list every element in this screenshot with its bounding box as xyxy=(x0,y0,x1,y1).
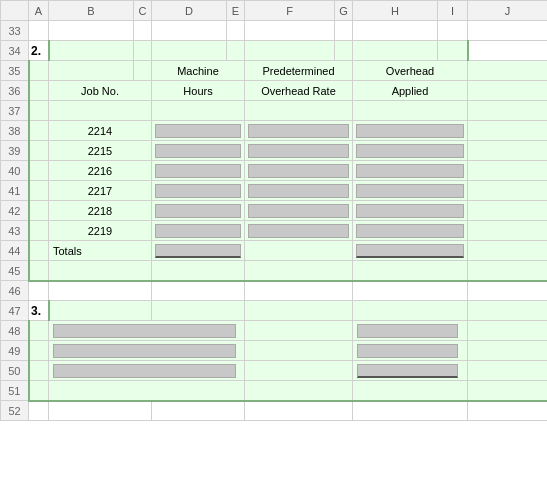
col-header-a: A xyxy=(29,1,49,21)
row-43: 43 xyxy=(1,221,29,241)
row-38: 38 xyxy=(1,121,29,141)
table-row: 41 2217 xyxy=(1,181,548,201)
table-row: 45 xyxy=(1,261,548,281)
input-2215-hours[interactable] xyxy=(155,144,241,158)
job-2216: 2216 xyxy=(49,161,152,181)
row-39: 39 xyxy=(1,141,29,161)
row-40: 40 xyxy=(1,161,29,181)
row-44: 44 xyxy=(1,241,29,261)
table-row: 50 xyxy=(1,361,548,381)
input-2219-hours[interactable] xyxy=(155,224,241,238)
input-2217-hours[interactable] xyxy=(155,184,241,198)
row-47: 47 xyxy=(1,301,29,321)
overhead-applied-header1: Overhead xyxy=(353,61,468,81)
row-33: 33 xyxy=(1,21,29,41)
row-35: 35 xyxy=(1,61,29,81)
table-row: 43 2219 xyxy=(1,221,548,241)
job-2214: 2214 xyxy=(49,121,152,141)
input-2216-applied[interactable] xyxy=(356,164,464,178)
machine-hours-header1: Machine xyxy=(152,61,245,81)
input-2215-rate[interactable] xyxy=(248,144,349,158)
col-header-c: C xyxy=(134,1,152,21)
input-2217-rate[interactable] xyxy=(248,184,349,198)
row-50: 50 xyxy=(1,361,29,381)
table-row: 36 Job No. Hours Overhead Rate Applied xyxy=(1,81,548,101)
row-42: 42 xyxy=(1,201,29,221)
input-2217-applied[interactable] xyxy=(356,184,464,198)
predetermined-header1: Predetermined xyxy=(245,61,353,81)
input-2218-applied[interactable] xyxy=(356,204,464,218)
row-46: 46 xyxy=(1,281,29,301)
col-header-j: J xyxy=(468,1,548,21)
table-row: 52 xyxy=(1,401,548,421)
input-2216-hours[interactable] xyxy=(155,164,241,178)
input-2215-applied[interactable] xyxy=(356,144,464,158)
table-row: 35 Machine Predetermined Overhead xyxy=(1,61,548,81)
table-row: 44 Totals xyxy=(1,241,548,261)
row-41: 41 xyxy=(1,181,29,201)
row-49: 49 xyxy=(1,341,29,361)
input-2214-hours[interactable] xyxy=(155,124,241,138)
applied-header: Applied xyxy=(353,81,468,101)
spreadsheet: A B C D E F G H I J 33 34 2. xyxy=(0,0,547,421)
section3-label: 3. xyxy=(29,301,49,321)
col-header-b: B xyxy=(49,1,134,21)
row-37: 37 xyxy=(1,101,29,121)
input-s3-row2-left[interactable] xyxy=(53,344,236,358)
section2-label: 2. xyxy=(29,41,49,61)
input-totals-hours[interactable] xyxy=(155,244,241,258)
input-s3-row1-left[interactable] xyxy=(53,324,236,338)
row-45: 45 xyxy=(1,261,29,281)
table-row: 37 xyxy=(1,101,548,121)
table-row: 47 3. xyxy=(1,301,548,321)
row-48: 48 xyxy=(1,321,29,341)
col-header-g: G xyxy=(335,1,353,21)
overhead-rate-header: Overhead Rate xyxy=(245,81,353,101)
table-row: 46 xyxy=(1,281,548,301)
job-no-header: Job No. xyxy=(49,81,152,101)
input-2219-applied[interactable] xyxy=(356,224,464,238)
table-row: 34 2. xyxy=(1,41,548,61)
job-2215: 2215 xyxy=(49,141,152,161)
input-s3-row2-right[interactable] xyxy=(357,344,458,358)
table-row: 48 xyxy=(1,321,548,341)
job-2218: 2218 xyxy=(49,201,152,221)
col-header-e: E xyxy=(227,1,245,21)
input-s3-row3-right[interactable] xyxy=(357,364,458,378)
input-2214-rate[interactable] xyxy=(248,124,349,138)
input-2219-rate[interactable] xyxy=(248,224,349,238)
input-2214-applied[interactable] xyxy=(356,124,464,138)
table-row: 40 2216 xyxy=(1,161,548,181)
table-row: 49 xyxy=(1,341,548,361)
input-s3-row3-left[interactable] xyxy=(53,364,236,378)
row-34: 34 xyxy=(1,41,29,61)
table-row: 42 2218 xyxy=(1,201,548,221)
hours-header: Hours xyxy=(152,81,245,101)
row-36: 36 xyxy=(1,81,29,101)
input-2218-hours[interactable] xyxy=(155,204,241,218)
totals-label: Totals xyxy=(49,241,152,261)
job-2217: 2217 xyxy=(49,181,152,201)
table-row: 33 xyxy=(1,21,548,41)
col-header-d: D xyxy=(152,1,227,21)
input-totals-applied[interactable] xyxy=(356,244,464,258)
col-header-f: F xyxy=(245,1,335,21)
table-row: 38 2214 xyxy=(1,121,548,141)
table-row: 51 xyxy=(1,381,548,401)
input-2216-rate[interactable] xyxy=(248,164,349,178)
row-52: 52 xyxy=(1,401,29,421)
col-header-i: I xyxy=(438,1,468,21)
input-s3-row1-right[interactable] xyxy=(357,324,458,338)
row-51: 51 xyxy=(1,381,29,401)
table-row: 39 2215 xyxy=(1,141,548,161)
job-2219: 2219 xyxy=(49,221,152,241)
col-header-h: H xyxy=(353,1,438,21)
input-2218-rate[interactable] xyxy=(248,204,349,218)
